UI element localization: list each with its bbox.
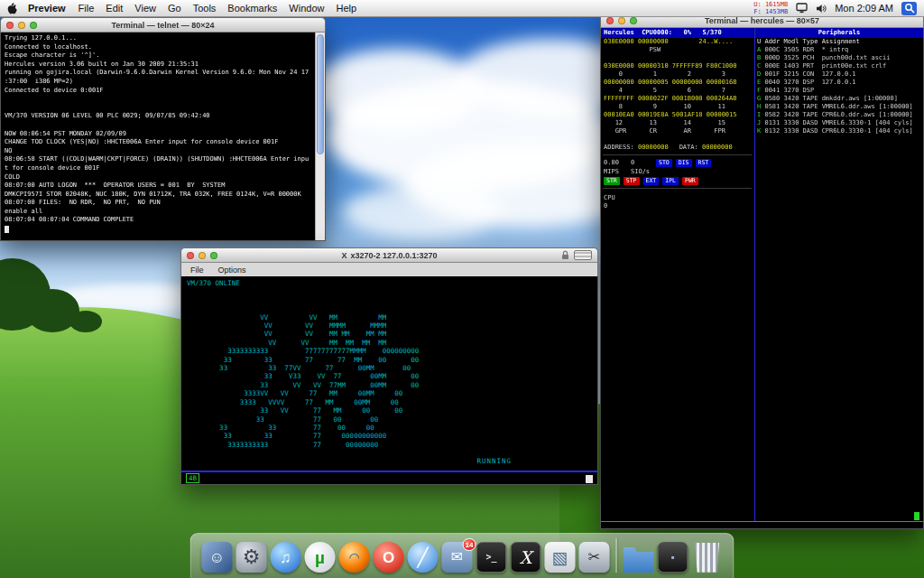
display-icon[interactable] bbox=[796, 3, 808, 14]
x3270-window[interactable]: Xx3270-2 127.0.0.1:3270 FileOptions VM/3… bbox=[180, 247, 598, 485]
peripheral-row: C 000E 1403 PRT print00e.txt crlf bbox=[755, 62, 923, 70]
close-button[interactable] bbox=[6, 22, 14, 29]
menu-bar-clock[interactable]: Mon 2:09 AM bbox=[835, 3, 893, 14]
peripheral-row: D 001F 3215 CON 127.0.0.1 bbox=[755, 70, 923, 79]
scrollbar[interactable] bbox=[315, 33, 325, 240]
trash-icon[interactable] bbox=[692, 542, 723, 573]
dock-divider bbox=[616, 538, 617, 573]
address-data-row: ADDRESS: 00000000DATA: 00000000 bbox=[601, 144, 753, 152]
menu-edit[interactable]: Edit bbox=[106, 3, 123, 14]
menu-file[interactable]: File bbox=[79, 3, 95, 14]
menu-go[interactable]: Go bbox=[168, 3, 181, 14]
terminal-cursor bbox=[914, 512, 919, 520]
peripheral-row: B 000D 3525 PCH punch00d.txt ascii bbox=[755, 54, 923, 62]
hercules-panel-line: PSW bbox=[601, 46, 753, 54]
hercules-panel-line: 8 9 10 11 bbox=[601, 103, 753, 111]
terminal-icon[interactable]: >_ bbox=[476, 542, 507, 573]
close-button[interactable] bbox=[606, 17, 614, 24]
hercules-button-stp[interactable]: STP bbox=[624, 177, 640, 185]
utilities-app-icon[interactable]: ▪ bbox=[658, 542, 688, 573]
hercules-button-sto[interactable]: STO bbox=[656, 159, 672, 167]
applications-folder-icon[interactable] bbox=[624, 542, 654, 573]
keypad-icon[interactable] bbox=[574, 250, 592, 260]
telnet-terminal-window[interactable]: Terminal — telnet — 80×24 Trying 127.0.0… bbox=[0, 17, 326, 241]
close-button[interactable] bbox=[187, 252, 194, 259]
oia-cursor-block bbox=[586, 475, 593, 483]
cpu-value: 0 bbox=[601, 202, 753, 210]
x3270-menu-options[interactable]: Options bbox=[218, 266, 246, 275]
x3270-screen-text[interactable]: VM/370 ONLINE VV VV MM MM VV VV MMMM MMM… bbox=[181, 276, 597, 452]
volume-icon[interactable] bbox=[816, 4, 827, 14]
hercules-button-dis[interactable]: DIS bbox=[676, 159, 692, 167]
x3270-menu-file[interactable]: File bbox=[190, 266, 204, 275]
peripheral-row: G 0580 3420 TAPE dmkddr.aws [1:00000] bbox=[755, 95, 923, 103]
zoom-button[interactable] bbox=[630, 17, 637, 24]
itunes-icon[interactable]: ♫ bbox=[271, 542, 301, 573]
opera-icon[interactable]: O bbox=[374, 542, 404, 573]
hercules-button-pwr[interactable]: PWR bbox=[682, 177, 698, 185]
hercules-panel-line: 00000000 00000005 00000000 0000016B bbox=[601, 79, 753, 87]
hercules-button-ext[interactable]: EXT bbox=[643, 177, 660, 185]
panel-separator bbox=[603, 154, 752, 155]
menu-bar: Preview FileEditViewGoToolsBookmarksWind… bbox=[0, 0, 924, 17]
hercules-panel-line: 00010EA0 00019E8A 5001AF18 00000015 bbox=[601, 111, 753, 119]
cpu-label: CPU bbox=[601, 194, 753, 202]
console-bottom-line bbox=[601, 521, 923, 522]
panel-separator bbox=[603, 188, 752, 189]
hercules-panel-header: Hercules CPU0000: 0% S/370 bbox=[601, 28, 753, 38]
telnet-console[interactable]: Trying 127.0.0.1... Connected to localho… bbox=[0, 33, 326, 241]
menu-window[interactable]: Window bbox=[289, 3, 324, 14]
hercules-panel-line: 12 13 14 15 bbox=[601, 119, 753, 127]
dock: ☺⚙♫µ◠O╱✉14>_X▧✂▪ bbox=[190, 533, 735, 578]
x11-icon[interactable]: X bbox=[511, 542, 541, 573]
hercules-panel-line: 0 1 2 3 bbox=[601, 70, 753, 79]
grab-icon[interactable]: ✂ bbox=[579, 542, 610, 573]
menu-tools[interactable]: Tools bbox=[193, 3, 217, 14]
hercules-cpu-panel: Hercules CPU0000: 0% S/370 030E0000 0000… bbox=[601, 28, 753, 528]
memory-used-label: U: 1615MB bbox=[753, 1, 788, 8]
peripheral-row: E 0040 3270 DSP 127.0.0.1 bbox=[755, 79, 923, 87]
oia-connection-indicator: 4B bbox=[186, 473, 199, 483]
hercules-panel-line: FFFFFFFF 0000022F 0001B000 000264AB bbox=[601, 95, 753, 103]
utorrent-icon[interactable]: µ bbox=[305, 542, 336, 573]
minimize-button[interactable] bbox=[18, 22, 25, 29]
x3270-screen[interactable]: VM/370 ONLINE VV VV MM MM VV VV MMMM MMM… bbox=[180, 276, 598, 471]
minimize-button[interactable] bbox=[618, 17, 625, 24]
menu-help[interactable]: Help bbox=[336, 3, 356, 14]
hercules-button-rst[interactable]: RST bbox=[696, 159, 712, 167]
telnet-titlebar[interactable]: Terminal — telnet — 80×24 bbox=[0, 17, 326, 33]
data-value: 00000000 bbox=[702, 144, 733, 151]
address-label: ADDRESS: bbox=[604, 144, 634, 151]
firefox-icon[interactable]: ◠ bbox=[339, 542, 370, 573]
hercules-panel-line bbox=[601, 135, 753, 144]
peripherals-header: Peripherals bbox=[755, 28, 923, 38]
menu-bookmarks[interactable]: Bookmarks bbox=[227, 3, 277, 14]
hercules-console[interactable]: Hercules CPU0000: 0% S/370 030E0000 0000… bbox=[600, 28, 924, 529]
safari-icon[interactable]: ╱ bbox=[408, 542, 439, 573]
peripheral-row: J 0131 3330 DASD VMREL6.3330-1 [404 cyls… bbox=[755, 119, 923, 127]
x3270-titlebar[interactable]: Xx3270-2 127.0.0.1:3270 bbox=[180, 247, 598, 263]
peripheral-row: F 0041 3270 DSP bbox=[755, 87, 923, 95]
mail-icon[interactable]: ✉14 bbox=[442, 542, 473, 573]
terminal-output[interactable]: Trying 127.0.0.1... Connected to localho… bbox=[1, 33, 315, 227]
spotlight-icon[interactable] bbox=[901, 2, 917, 15]
x11-logo-icon: X bbox=[341, 251, 346, 260]
minimize-button[interactable] bbox=[199, 252, 206, 259]
zoom-button[interactable] bbox=[30, 22, 37, 29]
hercules-button-ipl[interactable]: IPL bbox=[662, 177, 679, 185]
menu-view[interactable]: View bbox=[134, 3, 156, 14]
classic-app-icon[interactable]: ☺ bbox=[202, 542, 233, 573]
hercules-panel-line: GPR CR AR FPR bbox=[601, 127, 753, 135]
x3270-oia-bar: 4B bbox=[180, 471, 598, 485]
hercules-terminal-window[interactable]: Terminal — hercules — 80×57 Hercules CPU… bbox=[600, 13, 924, 529]
hercules-button-str[interactable]: STR bbox=[604, 177, 620, 185]
x3270-menubar: FileOptions bbox=[180, 263, 598, 276]
preview-icon[interactable]: ▧ bbox=[545, 542, 576, 573]
apple-menu[interactable] bbox=[7, 3, 17, 14]
vm-status-running: RUNNING bbox=[476, 457, 512, 465]
scrollbar-thumb[interactable] bbox=[317, 34, 324, 154]
app-menu-title[interactable]: Preview bbox=[28, 3, 66, 14]
zoom-button[interactable] bbox=[210, 252, 217, 259]
memory-meter[interactable]: U: 1615MB F: 1453MB bbox=[753, 1, 788, 15]
system-preferences-icon[interactable]: ⚙ bbox=[236, 542, 267, 573]
